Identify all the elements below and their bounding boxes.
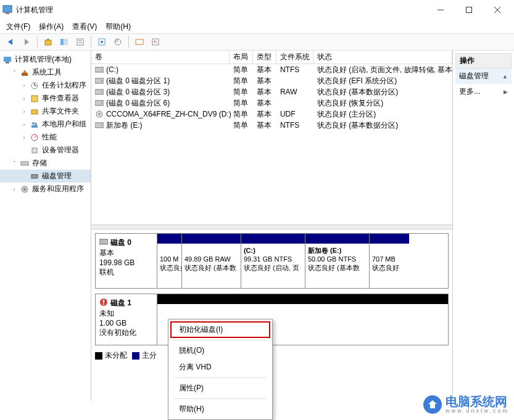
disk-0-state: 联机 [99, 267, 153, 278]
refresh-button[interactable] [95, 35, 109, 49]
ctx-initialize-disk[interactable]: 初始化磁盘(I) [170, 321, 270, 338]
volume-list[interactable]: (C:)简单基本NTFS状态良好 (启动, 页面文件, 故障转储, 基本(磁盘 … [91, 64, 452, 224]
volume-type: 基本 [257, 98, 280, 109]
partition-size: 99.31 GB NTFS [244, 255, 302, 263]
volume-status: 状态良好 (基本数据分区) [317, 87, 452, 97]
expand-icon[interactable]: › [21, 83, 27, 89]
expand-icon[interactable]: › [21, 134, 27, 141]
ctx-offline[interactable]: 脱机(O) [170, 342, 270, 359]
tree-services[interactable]: ›服务和应用程序 [0, 183, 91, 196]
volume-status: 状态良好 (EFI 系统分区) [317, 76, 452, 86]
svg-point-16 [101, 41, 103, 43]
col-fs[interactable]: 文件系统 [276, 51, 313, 64]
tree-devmgr[interactable]: 设备管理器 [0, 144, 91, 157]
tree-events[interactable]: ›事件查看器 [0, 92, 91, 105]
action-diskmgmt[interactable]: 磁盘管理▲ [455, 68, 512, 84]
menu-file[interactable]: 文件(F) [5, 21, 31, 33]
expand-icon[interactable]: › [21, 109, 27, 115]
view-detail-button[interactable] [149, 35, 162, 49]
partition-size: 49.89 GB RAW [184, 255, 238, 263]
tree-systools[interactable]: ˅ 系统工具 [0, 66, 91, 79]
menu-view[interactable]: 查看(V) [71, 21, 98, 33]
partition[interactable]: (C:)99.31 GB NTFS状态良好 (启动, 页 [241, 234, 305, 288]
expand-icon[interactable]: ˅ [11, 70, 17, 76]
svg-rect-12 [77, 39, 83, 45]
volume-row[interactable]: 新加卷 (E:)简单基本NTFS状态良好 (基本数据分区) [91, 120, 452, 131]
volume-layout: 简单 [233, 98, 257, 109]
partition-status: 状态良好 (基本数 [184, 263, 238, 272]
device-icon [30, 146, 39, 155]
partition-size: 50.00 GB NTFS [308, 255, 367, 263]
drive-icon [95, 121, 104, 129]
close-button[interactable] [483, 1, 512, 19]
tree-storage[interactable]: ˅存储 [0, 157, 91, 170]
volume-layout: 简单 [233, 76, 257, 86]
volume-row[interactable]: CCCOMA_X64FRE_ZH-CN_DV9 (D:)简单基本UDF状态良好 … [91, 109, 452, 120]
tree-users-label: 本地用户和组 [42, 119, 86, 130]
expand-icon[interactable]: › [11, 186, 17, 192]
ctx-properties[interactable]: 属性(P) [170, 380, 270, 397]
drive-icon [95, 66, 104, 73]
tree-users[interactable]: ›本地用户和组 [0, 118, 91, 131]
col-status[interactable]: 状态 [313, 51, 452, 64]
disk-1-title: 磁盘 1 [110, 298, 131, 308]
volume-type: 基本 [257, 87, 280, 97]
partition-label: 新加卷 (E:) [308, 246, 367, 255]
minimize-button[interactable] [426, 1, 455, 19]
col-layout[interactable]: 布局 [230, 51, 253, 64]
partition[interactable]: 新加卷 (E:)50.00 GB NTFS状态良好 (基本数 [305, 234, 370, 288]
disk-0-partitions: 100 M状态良好 49.89 GB RAW状态良好 (基本数(C:)99.31… [157, 234, 448, 288]
forward-button[interactable] [20, 35, 33, 49]
menu-help[interactable]: 帮助(H) [104, 21, 132, 33]
partition[interactable]: 49.89 GB RAW状态良好 (基本数 [182, 234, 241, 288]
event-icon [30, 94, 39, 104]
expand-icon[interactable]: › [21, 96, 27, 102]
tree-shared[interactable]: ›共享文件夹 [0, 105, 91, 118]
help-button[interactable] [111, 35, 125, 49]
volume-row[interactable]: (C:)简单基本NTFS状态良好 (启动, 页面文件, 故障转储, 基本 [91, 64, 452, 75]
expand-icon[interactable]: › [21, 121, 27, 128]
partition[interactable]: 707 MB状态良好 [370, 234, 409, 288]
view-list-button[interactable] [133, 35, 146, 49]
show-hide-tree-button[interactable] [57, 35, 71, 49]
partition-status: 状态良好 (基本数 [308, 263, 367, 272]
svg-rect-31 [31, 125, 38, 128]
disk-0-info: 磁盘 0 基本 199.98 GB 联机 [96, 234, 157, 288]
expand-icon[interactable]: ˅ [11, 160, 17, 167]
back-button[interactable] [4, 35, 17, 49]
up-button[interactable] [41, 35, 55, 49]
svg-rect-36 [31, 175, 38, 178]
tree-root[interactable]: 计算机管理(本地) [0, 53, 91, 66]
tree-services-label: 服务和应用程序 [32, 184, 84, 194]
menu-action[interactable]: 操作(A) [38, 21, 65, 33]
tree-diskmgmt[interactable]: 磁盘管理 [0, 170, 91, 183]
partition[interactable]: 100 M状态良好 [157, 234, 182, 288]
splitter[interactable] [91, 224, 452, 229]
tree-tasks[interactable]: ›任务计划程序 [0, 79, 91, 92]
tree-perf[interactable]: ›性能 [0, 131, 91, 144]
properties-button[interactable] [73, 35, 87, 49]
actions-pane: 操作 磁盘管理▲ 更多...▶ [453, 51, 514, 401]
separator [174, 398, 267, 399]
maximize-button[interactable] [455, 1, 483, 19]
svg-rect-0 [3, 6, 12, 12]
volume-name: (磁盘 0 磁盘分区 3) [106, 87, 233, 97]
svg-point-46 [101, 102, 102, 104]
action-more[interactable]: 更多...▶ [455, 84, 512, 99]
volume-row[interactable]: (磁盘 0 磁盘分区 1)简单基本状态良好 (EFI 系统分区) [91, 75, 452, 86]
disk-0-row[interactable]: 磁盘 0 基本 199.98 GB 联机 100 M状态良好 49.89 GB … [95, 233, 449, 289]
svg-rect-23 [22, 73, 28, 76]
legend-primary-swatch [132, 352, 139, 360]
disk-1-size: 1.00 GB [99, 319, 153, 327]
volume-row[interactable]: (磁盘 0 磁盘分区 6)简单基本状态良好 (恢复分区) [91, 97, 452, 109]
nav-tree: 计算机管理(本地) ˅ 系统工具 ›任务计划程序 ›事件查看器 ›共享文件夹 ›… [0, 51, 91, 401]
svg-marker-55 [428, 400, 437, 408]
ctx-help[interactable]: 帮助(H) [170, 401, 270, 418]
ctx-detach-vhd[interactable]: 分离 VHD [170, 359, 270, 376]
volume-row[interactable]: (磁盘 0 磁盘分区 3)简单基本RAW状态良好 (基本数据分区) [91, 86, 452, 97]
col-volume[interactable]: 卷 [91, 51, 230, 64]
svg-rect-8 [45, 40, 51, 45]
partition-header [305, 234, 369, 244]
col-type[interactable]: 类型 [253, 51, 276, 64]
partition-label: (C:) [244, 246, 302, 255]
